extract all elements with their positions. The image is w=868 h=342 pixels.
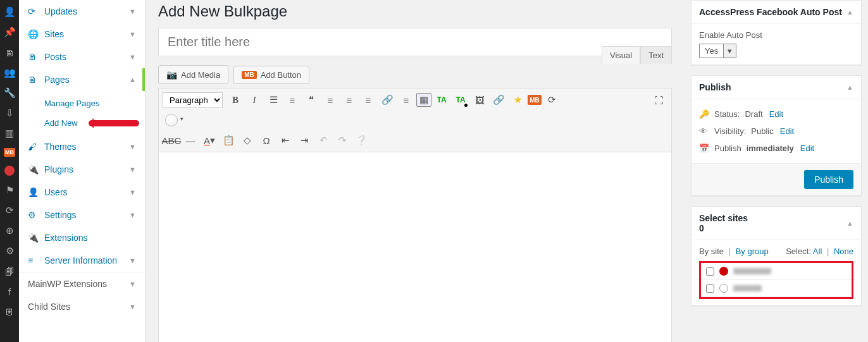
site-checkbox[interactable] bbox=[706, 284, 714, 293]
sidebar-item-child-sites[interactable]: Child Sites ▼ bbox=[19, 295, 145, 318]
globe-icon[interactable]: ⊕ bbox=[4, 225, 15, 236]
sidebar-item-themes[interactable]: 🖌 Themes ▼ bbox=[19, 135, 145, 158]
chevron-down-icon: ▼ bbox=[129, 188, 136, 196]
select-label: Select: bbox=[786, 247, 811, 256]
site-checkbox[interactable] bbox=[706, 267, 714, 276]
mb-button[interactable]: MB bbox=[528, 95, 542, 105]
special-char-button[interactable]: Ω bbox=[257, 131, 275, 149]
autopost-select[interactable]: Yes ▾ bbox=[699, 44, 736, 58]
submenu-manage-pages[interactable]: Manage Pages bbox=[19, 94, 145, 113]
cycle-icon[interactable]: ⟳ bbox=[4, 205, 15, 216]
number-list-button[interactable]: ≡ bbox=[283, 91, 301, 109]
emoji-button[interactable] bbox=[165, 114, 178, 126]
red-dot-icon[interactable] bbox=[4, 166, 15, 176]
align-center-button[interactable]: ≡ bbox=[340, 91, 358, 109]
format-select[interactable]: Paragraph bbox=[163, 92, 223, 108]
text-color-button[interactable]: A▾ bbox=[201, 131, 218, 149]
post-title-input[interactable] bbox=[158, 28, 672, 56]
chevron-up-icon: ▲ bbox=[129, 76, 136, 83]
by-site-tab[interactable]: By site bbox=[699, 247, 724, 256]
calendar-icon: 📅 bbox=[699, 144, 709, 153]
edit-visibility-link[interactable]: Edit bbox=[780, 126, 794, 136]
user-icon[interactable]: 👤 bbox=[4, 6, 15, 18]
help-button[interactable]: ❔ bbox=[352, 131, 370, 149]
layers-icon[interactable]: 🗐 bbox=[4, 266, 15, 277]
person-icon[interactable]: 👥 bbox=[4, 67, 15, 78]
download-icon[interactable]: ⇩ bbox=[4, 107, 15, 119]
sidebar-item-server-info[interactable]: ≡ Server Information ▼ bbox=[19, 249, 145, 272]
ta-button[interactable]: TA bbox=[433, 91, 450, 109]
italic-button[interactable]: I bbox=[245, 91, 263, 109]
flag-icon[interactable]: ⚑ bbox=[4, 185, 15, 196]
bold-button[interactable]: B bbox=[226, 91, 244, 109]
redo-button[interactable]: ↷ bbox=[333, 131, 351, 149]
add-media-button[interactable]: 📷 Add Media bbox=[158, 65, 228, 84]
sidebar-item-updates[interactable]: ⟳ Updates ▼ bbox=[19, 0, 145, 23]
pin-icon[interactable]: 📌 bbox=[4, 27, 15, 38]
page-title: Add New Bulkpage bbox=[158, 3, 672, 20]
status-value: Draft bbox=[745, 109, 762, 119]
book-icon[interactable]: ▥ bbox=[4, 128, 15, 139]
by-group-tab[interactable]: By group bbox=[736, 247, 769, 256]
pages-submenu: Manage Pages Add New bbox=[19, 91, 145, 135]
sidebar-item-extensions[interactable]: 🔌 Extensions bbox=[19, 226, 145, 249]
submenu-add-new[interactable]: Add New bbox=[19, 113, 145, 133]
submenu-label: Add New bbox=[44, 118, 78, 128]
align-left-button[interactable]: ≡ bbox=[321, 91, 339, 109]
image-button[interactable]: 🖼 bbox=[471, 91, 488, 109]
tab-visual[interactable]: Visual bbox=[602, 46, 640, 64]
blockquote-button[interactable]: ❝ bbox=[302, 91, 320, 109]
select-none-link[interactable]: None bbox=[834, 247, 853, 256]
panel-publish: Publish ▲ 🔑 Status: Draft Edit 👁 Visibil… bbox=[691, 75, 862, 196]
gear-icon[interactable]: ⚙ bbox=[4, 245, 15, 257]
refresh-button[interactable]: ⟳ bbox=[543, 91, 561, 109]
shield-icon[interactable]: ⛨ bbox=[4, 306, 15, 317]
sites-list bbox=[699, 261, 853, 299]
sidebar-item-posts[interactable]: 🗎 Posts ▼ bbox=[19, 46, 145, 68]
ta-settings-button[interactable]: TA bbox=[452, 91, 469, 109]
panel-header[interactable]: Select sites 0 ▲ bbox=[691, 207, 861, 240]
sidebar-item-plugins[interactable]: 🔌 Plugins ▼ bbox=[19, 158, 145, 181]
bullet-list-button[interactable]: ☰ bbox=[264, 91, 282, 109]
facebook-icon[interactable]: f bbox=[4, 286, 15, 297]
mb-icon[interactable]: MB bbox=[4, 148, 15, 157]
toolbar-toggle-button[interactable]: ▦ bbox=[416, 93, 431, 107]
wrench-icon[interactable]: 🔧 bbox=[4, 87, 15, 99]
tab-text[interactable]: Text bbox=[640, 46, 672, 64]
server-icon: ≡ bbox=[28, 255, 39, 266]
admin-icon-strip: 👤 📌 🗎 👥 🔧 ⇩ ▥ MB ⚑ ⟳ ⊕ ⚙ 🗐 f ⛨ bbox=[0, 0, 19, 342]
undo-button[interactable]: ↶ bbox=[314, 131, 332, 149]
hr-button[interactable]: — bbox=[182, 131, 199, 149]
site-row[interactable] bbox=[701, 263, 852, 280]
sidebar-item-settings[interactable]: ⚙ Settings ▼ bbox=[19, 204, 145, 226]
indent-button[interactable]: ⇥ bbox=[295, 131, 313, 149]
panel-header[interactable]: Publish ▲ bbox=[691, 76, 861, 99]
clear-format-button[interactable]: ◇ bbox=[239, 131, 256, 149]
panel-header[interactable]: AccessPress Facebook Auto Post ▲ bbox=[691, 1, 861, 24]
insert-link-button[interactable]: 🔗 bbox=[490, 91, 507, 109]
star-button[interactable]: ★ bbox=[509, 91, 526, 109]
link-button[interactable]: 🔗 bbox=[378, 91, 396, 109]
edit-schedule-link[interactable]: Edit bbox=[800, 144, 814, 153]
sidebar-item-users[interactable]: 👤 Users ▼ bbox=[19, 181, 145, 204]
select-all-link[interactable]: All bbox=[813, 247, 822, 256]
page-icon[interactable]: 🗎 bbox=[4, 47, 15, 58]
sidebar-item-pages[interactable]: 🗎 Pages ▲ bbox=[19, 68, 145, 91]
sidebar-item-mainwp-ext[interactable]: MainWP Extensions ▼ bbox=[19, 272, 145, 295]
fullscreen-button[interactable]: ⛶ bbox=[650, 91, 667, 109]
publish-button[interactable]: Publish bbox=[804, 170, 853, 189]
paste-button[interactable]: 📋 bbox=[220, 131, 237, 149]
strikethrough-button[interactable]: ABC bbox=[163, 131, 180, 149]
outdent-button[interactable]: ⇤ bbox=[276, 131, 294, 149]
more-button[interactable]: ≡ bbox=[397, 91, 415, 109]
align-right-button[interactable]: ≡ bbox=[359, 91, 377, 109]
add-button-button[interactable]: MB Add Button bbox=[233, 66, 309, 84]
sidebar-item-label: Users bbox=[44, 187, 68, 197]
editor-body[interactable] bbox=[159, 152, 671, 342]
edit-status-link[interactable]: Edit bbox=[769, 109, 783, 119]
sidebar-item-sites[interactable]: 🌐 Sites ▼ bbox=[19, 23, 145, 46]
site-row[interactable] bbox=[701, 280, 852, 297]
posts-icon: 🗎 bbox=[28, 52, 39, 62]
sidebar-item-label: Extensions bbox=[44, 233, 87, 243]
publish-value: immediately bbox=[747, 144, 794, 153]
